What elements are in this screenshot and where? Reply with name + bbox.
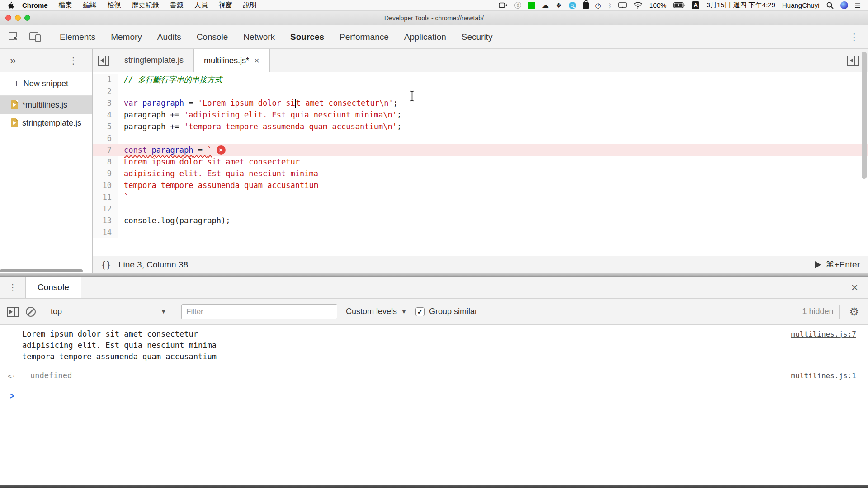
qsearch-icon[interactable] — [569, 2, 576, 9]
run-snippet-button[interactable]: ⌘+Enter — [815, 259, 860, 270]
battery-icon[interactable] — [673, 2, 685, 8]
source-link[interactable]: multilines.js:7 — [791, 328, 862, 362]
devtools-tab-elements[interactable]: Elements — [52, 25, 103, 48]
menu-檢視[interactable]: 檢視 — [108, 1, 121, 9]
snippet-item-multilines-js[interactable]: *multilines.js — [0, 96, 92, 114]
line-number[interactable]: 3 — [93, 97, 118, 109]
hidden-messages-count[interactable]: 1 hidden — [802, 307, 833, 316]
dropbox-icon[interactable]: ❖ — [556, 1, 561, 9]
editor-vertical-scrollbar[interactable] — [862, 52, 867, 179]
devtools-tab-console[interactable]: Console — [189, 25, 236, 48]
line-number[interactable]: 2 — [93, 85, 118, 97]
window-titlebar[interactable]: Developer Tools - chrome://newtab/ — [0, 11, 868, 25]
airplay-display-icon[interactable] — [618, 2, 627, 9]
execution-context-select[interactable]: top ▼ — [48, 307, 169, 316]
code-line-12[interactable]: 12 — [93, 203, 868, 215]
notification-center-icon[interactable]: ☰ — [855, 1, 861, 9]
close-drawer-icon[interactable]: × — [841, 277, 868, 298]
devtools-tab-sources[interactable]: Sources — [283, 25, 332, 48]
devtools-tab-memory[interactable]: Memory — [103, 25, 150, 48]
drawer-splitter[interactable] — [0, 273, 868, 277]
wifi-icon[interactable] — [633, 2, 642, 9]
devtools-tab-audits[interactable]: Audits — [150, 25, 189, 48]
code-line-3[interactable]: 3var paragraph = 'Lorem ipsum dolor sit … — [93, 97, 868, 109]
code-line-9[interactable]: 9adipisicing elit. Est quia nesciunt min… — [93, 168, 868, 179]
line-number[interactable]: 7 — [93, 144, 118, 156]
menu-書籤[interactable]: 書籤 — [170, 1, 184, 9]
editor-tab-multilines-js[interactable]: multilines.js*× — [193, 49, 270, 72]
pretty-print-icon[interactable]: {} — [101, 260, 111, 270]
group-similar-checkbox[interactable]: ✓ — [415, 307, 425, 316]
code-line-7[interactable]: 7const paragraph = `× — [93, 144, 868, 156]
menubar-datetime[interactable]: 3月15日 週四 下午4:29 — [706, 1, 775, 9]
sidebar-horizontal-scrollbar[interactable] — [0, 269, 83, 272]
group-similar-toggle[interactable]: ✓ Group similar — [415, 307, 477, 316]
console-settings-gear-icon[interactable]: ⚙ — [845, 305, 863, 318]
code-line-5[interactable]: 5paragraph += 'tempora tempore assumenda… — [93, 121, 868, 132]
hide-navigator-icon[interactable] — [93, 49, 114, 72]
line-number[interactable]: 9 — [93, 168, 118, 179]
code-line-6[interactable]: 6 — [93, 132, 868, 144]
line-number[interactable]: 12 — [93, 203, 118, 215]
line-number[interactable]: 4 — [93, 109, 118, 121]
inspect-element-icon[interactable] — [4, 25, 24, 48]
new-snippet-button[interactable]: + New snippet — [0, 72, 92, 96]
minimize-window-button[interactable] — [15, 15, 21, 21]
drawer-overflow-menu-icon[interactable]: ⋮ — [0, 277, 25, 298]
device-toolbar-icon[interactable] — [24, 25, 46, 48]
spotlight-search-icon[interactable] — [826, 2, 834, 9]
show-console-sidebar-icon[interactable] — [5, 306, 20, 317]
line-number[interactable]: 5 — [93, 121, 118, 132]
time-machine-clock-icon[interactable]: ◷ — [595, 1, 601, 9]
menu-檔案[interactable]: 檔案 — [59, 1, 72, 9]
devtools-overflow-menu-icon[interactable]: ⋮ — [840, 25, 868, 48]
devtools-tab-application[interactable]: Application — [396, 25, 454, 48]
menu-人員[interactable]: 人員 — [194, 1, 208, 9]
code-editor[interactable]: 1// 多行斷行字串的串接方式23var paragraph = 'Lorem … — [93, 72, 868, 256]
menubar-username[interactable]: HuangChuyi — [782, 1, 820, 9]
close-window-button[interactable] — [5, 15, 11, 21]
line-app-icon[interactable] — [528, 2, 535, 9]
app-store-bag-icon[interactable] — [583, 2, 589, 9]
source-link[interactable]: multilines.js:1 — [791, 370, 862, 382]
console-prompt[interactable]: > — [0, 386, 868, 405]
active-app-name[interactable]: Chrome — [22, 1, 48, 9]
custom-levels-dropdown[interactable]: Custom levels ▼ — [343, 307, 407, 316]
close-tab-icon[interactable]: × — [254, 56, 259, 66]
clear-console-icon[interactable] — [26, 307, 36, 317]
sidebar-overflow-menu-icon[interactable]: ⋮ — [69, 55, 78, 66]
devtools-tab-performance[interactable]: Performance — [332, 25, 396, 48]
line-number[interactable]: 6 — [93, 132, 118, 144]
code-line-13[interactable]: 13console.log(paragraph); — [93, 215, 868, 226]
menu-編輯[interactable]: 編輯 — [83, 1, 97, 9]
snippet-item-stringtemplate-js[interactable]: stringtemplate.js — [0, 114, 92, 132]
code-line-1[interactable]: 1// 多行斷行字串的串接方式 — [93, 74, 868, 85]
expand-panes-icon[interactable]: » — [10, 54, 16, 67]
menu-視窗[interactable]: 視窗 — [219, 1, 232, 9]
code-line-8[interactable]: 8Lorem ipsum dolor sit amet consectetur — [93, 156, 868, 168]
apple-icon[interactable] — [7, 1, 14, 9]
input-method-icon[interactable]: A — [692, 1, 699, 9]
editor-tab-stringtemplate-js[interactable]: stringtemplate.js — [114, 49, 193, 72]
line-number[interactable]: 14 — [93, 226, 118, 238]
menu-歷史紀錄[interactable]: 歷史紀錄 — [132, 1, 159, 9]
code-line-14[interactable]: 14 — [93, 226, 868, 238]
line-number[interactable]: 13 — [93, 215, 118, 226]
menu-說明[interactable]: 說明 — [243, 1, 257, 9]
drawer-tab-console[interactable]: Console — [25, 277, 81, 298]
degoo-icon[interactable]: d — [514, 2, 521, 9]
code-line-2[interactable]: 2 — [93, 85, 868, 97]
zoom-window-button[interactable] — [24, 15, 30, 21]
siri-icon[interactable] — [840, 1, 848, 9]
cloud-upload-icon[interactable]: ☁ — [542, 1, 549, 9]
console-filter-input[interactable] — [181, 304, 337, 319]
line-number[interactable]: 11 — [93, 191, 118, 203]
code-line-4[interactable]: 4paragraph += 'adipisicing elit. Est qui… — [93, 109, 868, 121]
devtools-tab-network[interactable]: Network — [236, 25, 283, 48]
line-number[interactable]: 8 — [93, 156, 118, 168]
hide-debugger-sidebar-icon[interactable] — [842, 49, 863, 72]
line-number[interactable]: 1 — [93, 74, 118, 85]
bluetooth-icon[interactable]: ᛒ — [608, 2, 612, 9]
code-line-11[interactable]: 11` — [93, 191, 868, 203]
line-number[interactable]: 10 — [93, 179, 118, 191]
